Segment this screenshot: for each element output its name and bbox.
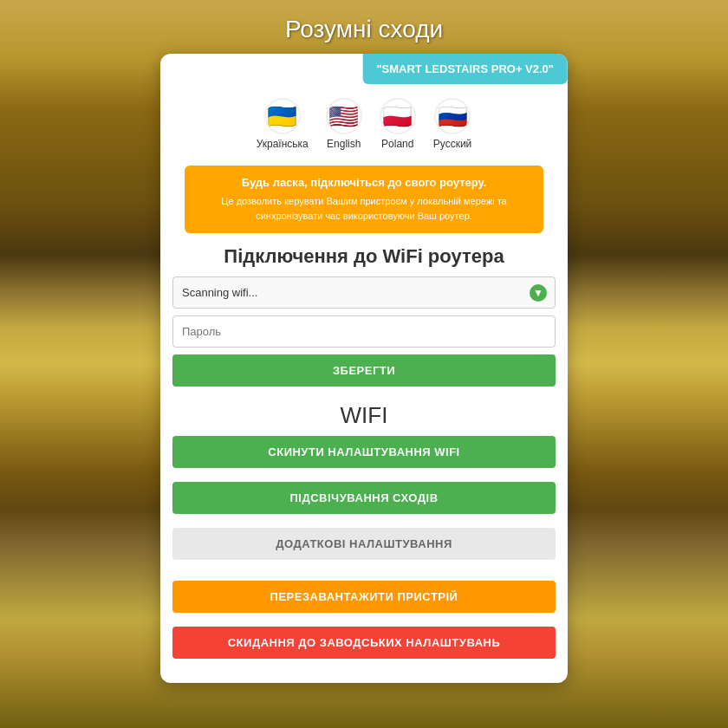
spacer2 <box>172 521 556 528</box>
spacer4 <box>172 574 556 581</box>
lang-polish-label: Poland <box>381 138 413 150</box>
lang-english-label: English <box>327 138 361 150</box>
save-button[interactable]: ЗБЕРЕГТИ <box>172 354 556 387</box>
spacer1 <box>172 475 556 482</box>
card-header: "SMART LEDSTAIRS PRO+ V2.0" <box>362 54 568 84</box>
factory-reset-button[interactable]: СКИДАННЯ ДО ЗАВОДСЬКИХ НАЛАШТУВАНЬ <box>172 627 556 659</box>
wifi-select[interactable]: Scanning wifi... <box>172 276 556 309</box>
flag-english: 🇺🇸 <box>326 98 362 134</box>
additional-settings-button[interactable]: ДОДАТКОВІ НАЛАШТУВАННЯ <box>172 528 556 560</box>
flag-russian: 🇷🇺 <box>434 98 471 134</box>
lang-russian[interactable]: 🇷🇺 Русский <box>433 98 472 150</box>
wifi-title: WIFI <box>172 402 556 429</box>
card-wrapper: "SMART LEDSTAIRS PRO+ V2.0" 🇺🇦 Українськ… <box>0 54 728 683</box>
lang-english[interactable]: 🇺🇸 English <box>326 98 362 150</box>
wifi-section-title: Підключення до WiFi роутера <box>172 245 556 268</box>
password-input[interactable] <box>172 315 556 348</box>
spacer5 <box>172 620 556 627</box>
reboot-button[interactable]: ПЕРЕЗАВАНТАЖИТИ ПРИСТРІЙ <box>172 581 556 613</box>
lang-ukrainian-label: Українська <box>257 138 309 150</box>
lang-polish[interactable]: 🇵🇱 Poland <box>380 98 416 150</box>
wifi-dropdown-icon: ▼ <box>530 284 547 302</box>
alert-body: Це дозволить керувати Вашим пристроєм у … <box>198 194 530 223</box>
lang-ukrainian[interactable]: 🇺🇦 Українська <box>257 98 309 150</box>
reset-wifi-button[interactable]: СКИНУТИ НАЛАШТУВАННЯ WIFI <box>172 436 556 468</box>
card-body: Будь ласка, підключіться до свого роутер… <box>160 166 568 666</box>
main-card: "SMART LEDSTAIRS PRO+ V2.0" 🇺🇦 Українськ… <box>160 54 568 683</box>
page-title: Розумні сходи <box>0 0 728 54</box>
lang-russian-label: Русский <box>433 138 472 150</box>
spacer3 <box>172 567 556 574</box>
alert-box: Будь ласка, підключіться до свого роутер… <box>185 166 543 233</box>
flag-polish: 🇵🇱 <box>380 98 416 134</box>
alert-title: Будь ласка, підключіться до свого роутер… <box>198 176 530 189</box>
language-selector: 🇺🇦 Українська 🇺🇸 English 🇵🇱 Poland 🇷🇺 Ру… <box>160 84 568 159</box>
stair-lighting-button[interactable]: ПІДСВІЧУВАННЯ СХОДІВ <box>172 482 556 514</box>
flag-ukrainian: 🇺🇦 <box>264 98 301 134</box>
wifi-select-wrapper: Scanning wifi... ▼ <box>172 276 556 309</box>
